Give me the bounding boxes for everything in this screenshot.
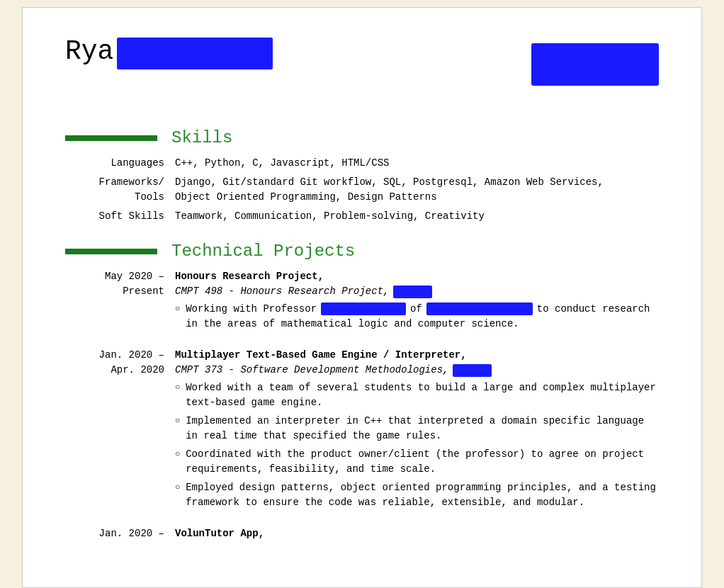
projects-section-bar [65,249,157,254]
redacted-professor-name [321,303,406,315]
bullet-item-game-4: ○ Employed design patterns, object orien… [175,480,659,510]
skill-label-softskills: Soft Skills [65,209,175,224]
header-section: Rya [65,36,659,107]
skill-row-softskills: Soft Skills Teamwork, Communication, Pro… [65,209,659,224]
project-title-voluntutor: VolunTutor App, [175,526,659,541]
bullet-circle: ○ [175,303,180,315]
skill-label-frameworks: Frameworks/ Tools [65,175,175,205]
skills-section-header: Skills [65,128,659,147]
bullet-circle-2: ○ [175,414,180,427]
skills-section: Skills Languages C++, Python, C, Javascr… [65,128,659,224]
redacted-institution [426,303,533,315]
skill-value-frameworks: Django, Git/standard Git workflow, SQL, … [175,175,659,205]
skill-value-softskills: Teamwork, Communication, Problem-solving… [175,209,659,224]
bullet-item-game-3: ○ Coordinated with the product owner/cli… [175,447,659,477]
name-redacted-block [117,38,273,69]
project-title-game: Multiplayer Text-Based Game Engine / Int… [175,348,659,363]
bullet-text-honours-1: Working with Professorofto conduct resea… [186,302,659,332]
projects-section: Technical Projects May 2020 – Present Ho… [65,242,659,541]
project-content-game: Multiplayer Text-Based Game Engine / Int… [175,348,659,514]
projects-section-title: Technical Projects [171,242,355,261]
contact-redacted-block [531,43,659,86]
project-date-game: Jan. 2020 – Apr. 2020 [65,348,175,514]
bullet-circle-4: ○ [175,481,180,494]
skills-content: Languages C++, Python, C, Javascript, HT… [65,156,659,224]
bullet-text-game-2: Implemented an interpreter in C++ that i… [186,414,659,443]
skills-section-bar [65,135,157,141]
bullet-circle-1: ○ [175,381,180,394]
bullet-item-honours-1: ○ Working with Professorofto conduct res… [175,302,659,332]
projects-section-header: Technical Projects [65,242,659,261]
bullet-item-game-1: ○ Worked with a team of several students… [175,380,659,410]
project-entry-game: Jan. 2020 – Apr. 2020 Multiplayer Text-B… [65,348,659,514]
skill-row-frameworks: Frameworks/ Tools Django, Git/standard G… [65,175,659,205]
project-date-honours: May 2020 – Present [65,269,175,335]
project-date-game-line2: Apr. 2020 [111,364,164,375]
project-date-voluntutor-line1: Jan. 2020 – [99,528,164,539]
project-entry-voluntutor: Jan. 2020 – VolunTutor App, [65,526,659,541]
project-date-line2: Present [123,285,164,297]
project-entry-honours: May 2020 – Present Honours Research Proj… [65,269,659,335]
project-subtitle-game: CMPT 373 - Software Development Methodol… [175,363,659,378]
skill-label-tools-line2: Tools [135,191,164,203]
project-title-honours: Honours Research Project, [175,269,659,284]
bullet-text-game-4: Employed design patterns, object oriente… [186,480,659,510]
bullet-list-game: ○ Worked with a team of several students… [175,380,659,510]
bullet-text-game-3: Coordinated with the product owner/clien… [186,447,659,477]
project-date-voluntutor: Jan. 2020 – [65,526,175,541]
skill-label-languages: Languages [65,156,175,171]
project-date-game-line1: Jan. 2020 – [99,349,164,361]
project-date-line1: May 2020 – [105,271,164,282]
bullet-list-honours: ○ Working with Professorofto conduct res… [175,302,659,332]
resume-container: Rya Skills Languages C++, Python, C, Jav… [22,7,702,588]
skill-value-languages: C++, Python, C, Javascript, HTML/CSS [175,156,659,171]
skills-section-title: Skills [171,128,232,147]
project-content-voluntutor: VolunTutor App, [175,526,659,541]
bullet-circle-3: ○ [175,448,180,460]
subtitle-redacted-game [453,364,492,377]
bullet-item-game-2: ○ Implemented an interpreter in C++ that… [175,414,659,443]
project-subtitle-honours: CMPT 498 - Honours Research Project, [175,284,659,299]
skill-row-languages: Languages C++, Python, C, Javascript, HT… [65,156,659,171]
project-content-honours: Honours Research Project, CMPT 498 - Hon… [175,269,659,335]
subtitle-redacted-honours [393,285,432,298]
name-text: Rya [65,36,113,67]
bullet-text-game-1: Worked with a team of several students t… [186,380,659,410]
skill-label-frameworks-line1: Frameworks/ [99,176,164,188]
